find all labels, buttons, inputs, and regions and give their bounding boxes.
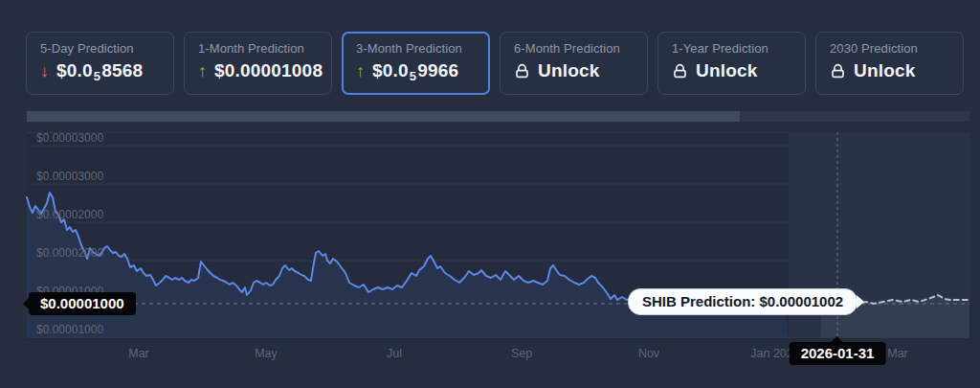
prediction-tooltip: SHIB Prediction: $0.00001002 <box>628 288 858 315</box>
prediction-card-5-day[interactable]: 5-Day Prediction ↓ $0.058568 <box>26 32 174 95</box>
card-label: 2030 Prediction <box>830 41 963 56</box>
card-label: 5-Day Prediction <box>40 41 173 56</box>
card-value-row: ↑ $0.00001008 <box>198 60 331 81</box>
card-value: $0.00001008 <box>214 60 324 81</box>
prediction-card-2030[interactable]: 2030 Prediction Unlock <box>815 32 964 95</box>
chart-range-thumb[interactable] <box>27 111 740 122</box>
x-axis-label: May <box>255 347 278 360</box>
up-arrow-icon: ↑ <box>198 62 207 80</box>
y-axis-label: $0.00001000 <box>36 323 103 336</box>
x-axis-label: Mar <box>128 347 149 360</box>
card-value-row: Unlock <box>672 60 805 81</box>
y-axis-label: $0.00003000 <box>36 131 103 145</box>
x-axis-label: Nov <box>638 347 659 360</box>
current-price-tooltip: $0.00001000 <box>29 292 136 315</box>
card-label: 1-Month Prediction <box>198 41 331 56</box>
x-axis-label: Sep <box>511 347 532 360</box>
y-axis-label: $0.00002000 <box>36 246 103 260</box>
card-value-row: Unlock <box>830 60 963 81</box>
prediction-card-6-month[interactable]: 6-Month Prediction Unlock <box>500 32 648 95</box>
x-axis-label: Mar <box>887 347 908 360</box>
card-value-row: ↓ $0.058568 <box>40 60 173 81</box>
date-tooltip: 2026-01-31 <box>790 342 886 365</box>
card-value: Unlock <box>538 60 600 81</box>
y-axis-label: $0.00003000 <box>36 170 103 183</box>
lock-icon <box>830 63 846 80</box>
card-label: 1-Year Prediction <box>672 41 805 56</box>
card-value: Unlock <box>696 60 758 81</box>
card-label: 3-Month Prediction <box>356 41 488 56</box>
card-value: Unlock <box>854 60 916 81</box>
down-arrow-icon: ↓ <box>40 62 49 80</box>
card-value-row: ↑ $0.059966 <box>356 60 488 81</box>
prediction-card-1-month[interactable]: 1-Month Prediction ↑ $0.00001008 <box>184 32 332 95</box>
card-value: $0.059966 <box>372 60 458 81</box>
card-label: 6-Month Prediction <box>514 41 647 56</box>
lock-icon <box>514 63 530 80</box>
prediction-cards-row: 5-Day Prediction ↓ $0.058568 1-Month Pre… <box>26 32 964 95</box>
y-axis-label: $0.00002000 <box>36 208 103 221</box>
lock-icon <box>672 63 688 80</box>
prediction-card-1-year[interactable]: 1-Year Prediction Unlock <box>657 32 806 95</box>
x-axis-label: Jul <box>387 347 402 360</box>
card-value-row: Unlock <box>514 60 647 81</box>
up-arrow-icon: ↑ <box>356 62 365 80</box>
prediction-card-3-month-selected[interactable]: 3-Month Prediction ↑ $0.059966 <box>342 32 490 95</box>
card-value: $0.058568 <box>56 60 143 81</box>
shib-prediction-panel: 5-Day Prediction ↓ $0.058568 1-Month Pre… <box>0 0 980 388</box>
chart-range-scrollbar[interactable] <box>27 111 969 122</box>
